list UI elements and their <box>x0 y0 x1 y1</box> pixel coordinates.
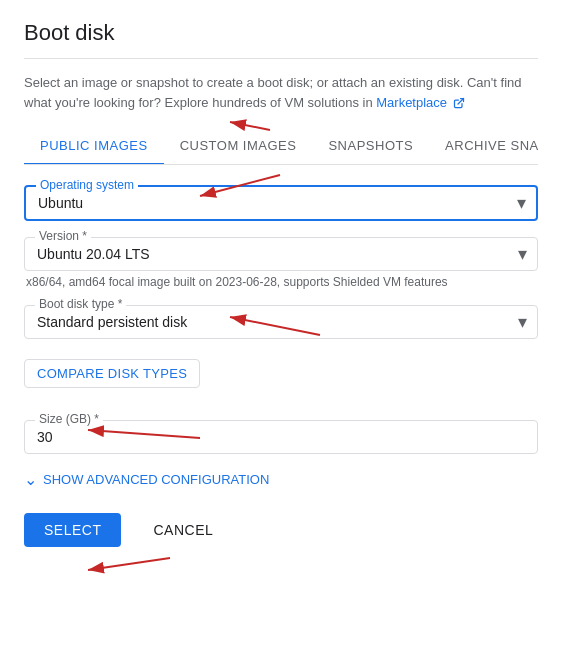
boot-disk-type-container: Boot disk type * Standard persistent dis… <box>24 305 538 339</box>
size-input[interactable] <box>37 429 525 445</box>
boot-disk-dialog: Boot disk Select an image or snapshot to… <box>0 0 562 571</box>
boot-disk-type-label: Boot disk type * <box>35 298 126 310</box>
tab-snapshots[interactable]: SNAPSHOTS <box>312 128 429 164</box>
action-buttons: SELECT CANCEL <box>24 513 538 547</box>
marketplace-link[interactable]: Marketplace <box>376 95 464 110</box>
tab-bar: PUBLIC IMAGES CUSTOM IMAGES SNAPSHOTS AR… <box>24 128 538 165</box>
tab-archive-snapshots[interactable]: ARCHIVE SNAPSH... <box>429 128 538 164</box>
svg-line-5 <box>88 558 170 570</box>
select-button[interactable]: SELECT <box>24 513 121 547</box>
os-select[interactable]: Ubuntu <box>38 195 524 211</box>
version-select[interactable]: Ubuntu 20.04 LTS <box>37 246 525 262</box>
cancel-button[interactable]: CANCEL <box>137 513 229 547</box>
size-field-label: Size (GB) * <box>35 413 103 425</box>
boot-disk-type-field-group: Boot disk type * Standard persistent dis… <box>24 305 538 339</box>
version-field-group: Version * Ubuntu 20.04 LTS ▾ x86/64, amd… <box>24 237 538 289</box>
size-field-container: Size (GB) * <box>24 420 538 454</box>
boot-disk-type-select[interactable]: Standard persistent disk <box>37 314 525 330</box>
version-hint: x86/64, amd64 focal image built on 2023-… <box>24 275 538 289</box>
os-field-container: Operating system Ubuntu ▾ <box>24 185 538 221</box>
os-field-group: Operating system Ubuntu ▾ <box>24 185 538 221</box>
chevron-down-icon: ⌄ <box>24 470 37 489</box>
tab-public-images[interactable]: PUBLIC IMAGES <box>24 128 164 165</box>
dialog-description: Select an image or snapshot to create a … <box>24 73 538 112</box>
svg-line-0 <box>458 99 464 105</box>
size-field-group: Size (GB) * <box>24 420 538 454</box>
version-field-container: Version * Ubuntu 20.04 LTS ▾ <box>24 237 538 271</box>
advanced-config-toggle[interactable]: ⌄ SHOW ADVANCED CONFIGURATION <box>24 470 538 489</box>
compare-disk-types-button[interactable]: COMPARE DISK TYPES <box>24 359 200 388</box>
version-field-label: Version * <box>35 230 91 242</box>
os-field-label: Operating system <box>36 179 138 191</box>
dialog-title: Boot disk <box>24 20 538 59</box>
tab-custom-images[interactable]: CUSTOM IMAGES <box>164 128 313 164</box>
